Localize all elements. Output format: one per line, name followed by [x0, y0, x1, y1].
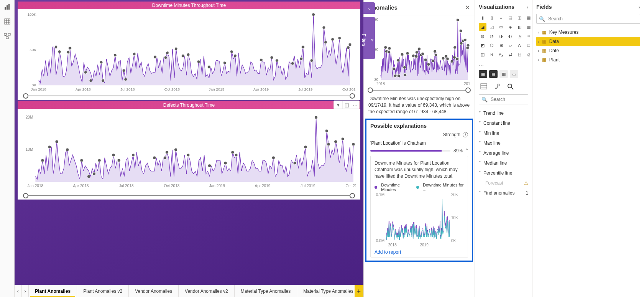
viz-type-item[interactable]: Py — [497, 51, 505, 58]
slider-handle-left[interactable] — [368, 87, 373, 93]
more-options-icon[interactable]: ⋯ — [351, 101, 359, 109]
svg-point-39 — [174, 47, 177, 50]
field-table[interactable]: ›▦Plant — [536, 55, 640, 64]
add-page-button[interactable]: + — [355, 285, 364, 297]
slider-handle-right[interactable] — [465, 87, 471, 93]
slideshow-tab-icon[interactable]: ▭ — [510, 70, 518, 78]
analytics-option[interactable]: ˅Constant line — [479, 118, 528, 128]
time-slider[interactable] — [25, 94, 353, 97]
field-table[interactable]: ›▦Date — [536, 46, 640, 55]
page-tab[interactable]: Material Type Anomalies v2 — [297, 285, 354, 297]
viz-type-item[interactable]: ⊞ — [497, 41, 505, 49]
collapse-pane-button[interactable]: ‹ — [363, 2, 375, 14]
analytics-magnify-icon[interactable] — [507, 83, 514, 91]
viz-type-item[interactable]: ◐ — [506, 32, 514, 40]
field-table[interactable]: ›▦Data — [536, 37, 640, 46]
svg-text:2018: 2018 — [388, 243, 397, 247]
viz-type-item[interactable]: ⎙ — [525, 51, 532, 58]
viz-type-item[interactable]: ⌗ — [525, 32, 532, 40]
data-view-icon[interactable] — [3, 18, 11, 25]
analytics-option[interactable]: ˅Min line — [479, 128, 528, 138]
analytics-option[interactable]: ˅Percentile line — [479, 168, 528, 178]
viz-type-item[interactable]: R — [488, 51, 496, 58]
tab-prev-icon[interactable]: ‹ — [15, 285, 22, 297]
page-tab[interactable]: Vendor Anomalies — [129, 285, 179, 297]
viz-type-item[interactable]: ◫ — [479, 51, 486, 58]
analytics-search-input[interactable] — [490, 96, 528, 102]
time-slider[interactable] — [370, 89, 468, 91]
viz-type-item[interactable]: ◢ — [479, 23, 486, 31]
viz-type-item[interactable]: ⇄ — [506, 51, 514, 58]
page-tab[interactable]: Material Type Anomalies — [235, 285, 297, 297]
svg-point-31 — [102, 79, 105, 82]
page-tab[interactable]: Vendor Anomalies v2 — [179, 285, 235, 297]
more-visuals-icon[interactable]: ⋯ — [479, 61, 528, 70]
time-slider[interactable] — [25, 194, 353, 196]
viz-type-item[interactable]: ◧ — [516, 23, 523, 31]
viz-type-item[interactable]: ⬡ — [488, 41, 496, 49]
viz-type-item[interactable]: □ — [525, 41, 532, 49]
slider-handle-left[interactable] — [23, 193, 28, 198]
warning-icon: ⚠ — [524, 180, 528, 186]
analytics-option[interactable]: ˅Average line — [479, 148, 528, 158]
fields-well-icon[interactable] — [480, 83, 487, 91]
viz-type-item[interactable]: ▮ — [479, 14, 486, 21]
expand-pane-icon[interactable]: › — [527, 4, 528, 10]
viz-type-item[interactable]: ▯ — [488, 14, 496, 21]
filters-funnel-icon: ▿ — [370, 37, 375, 43]
viz-type-item[interactable]: ◑ — [497, 32, 505, 40]
report-view-icon[interactable] — [3, 3, 11, 11]
filters-pane-tab[interactable]: ▿ Filters — [363, 17, 375, 59]
expand-pane-icon[interactable]: › — [639, 4, 640, 10]
viz-type-item[interactable]: ◔ — [488, 32, 496, 40]
slider-handle-right[interactable] — [350, 93, 355, 99]
fields-tab-icon[interactable]: ▦ — [479, 70, 487, 78]
viz-type-item[interactable]: ≡ — [497, 14, 505, 21]
viz-type-item[interactable]: ◫ — [516, 14, 523, 21]
model-view-icon[interactable] — [3, 32, 11, 40]
legend: Downtime Minutes Downtime Minutes for ..… — [375, 183, 464, 192]
analytics-option[interactable]: ˅Trend line — [479, 108, 528, 118]
format-tab-icon[interactable]: ▤ — [489, 70, 498, 78]
slider-handle-right[interactable] — [350, 193, 355, 198]
info-icon[interactable]: i — [463, 132, 468, 137]
viz-type-item[interactable]: ◈ — [506, 23, 514, 31]
analytics-option[interactable]: ˅Median line — [479, 158, 528, 168]
viz-type-item[interactable]: ▥ — [525, 23, 532, 31]
add-to-report-link[interactable]: Add to report — [375, 249, 401, 255]
viz-type-item[interactable]: ◍ — [479, 32, 486, 40]
filter-icon[interactable]: ▾ — [334, 101, 342, 109]
fields-search[interactable]: 🔍 — [536, 14, 640, 24]
slider-handle-left[interactable] — [23, 93, 28, 99]
analytics-option-find-anomalies[interactable]: ˅Find anomalies1 — [479, 188, 528, 198]
svg-text:2019: 2019 — [420, 243, 429, 247]
analytics-tab-icon[interactable]: ▥ — [499, 70, 508, 78]
svg-text:Apr 2019: Apr 2019 — [253, 87, 269, 91]
fields-search-input[interactable] — [547, 16, 637, 22]
collapse-explanation-icon[interactable]: ˄ — [466, 148, 468, 153]
viz-type-item[interactable]: ▭ — [497, 23, 505, 31]
focus-mode-icon[interactable]: ◫ — [342, 101, 351, 109]
close-icon[interactable]: ✕ — [465, 4, 470, 11]
format-brush-icon[interactable] — [494, 83, 500, 91]
page-tab[interactable]: Plant Anomalies — [29, 285, 77, 297]
viz-type-item[interactable]: ▦ — [525, 14, 532, 21]
tab-next-icon[interactable]: › — [22, 285, 29, 297]
viz-type-item[interactable]: ⌸ — [516, 51, 523, 58]
viz-type-item[interactable]: ◳ — [516, 32, 523, 40]
page-tab[interactable]: Plant Anomalies v2 — [77, 285, 129, 297]
visual-defects[interactable]: ▾ ◫ ⋯ Defects Throughout Time 20M10MJan … — [18, 101, 360, 200]
field-table[interactable]: ›▦Key Measures — [536, 28, 640, 37]
svg-line-12 — [7, 35, 9, 37]
viz-type-item[interactable]: ▱ — [506, 41, 514, 49]
analytics-option[interactable]: ˅Max line — [479, 138, 528, 148]
report-canvas[interactable]: ‹ ▿ Filters Downtime Minutes Throughout … — [15, 0, 363, 285]
viz-type-item[interactable]: ▤ — [506, 14, 514, 21]
viz-type-item[interactable]: A — [516, 41, 523, 49]
analytics-search[interactable]: 🔍 — [479, 94, 528, 104]
viz-type-item[interactable]: ◩ — [479, 41, 486, 49]
visual-downtime-minutes[interactable]: Downtime Minutes Throughout Time 100K50K… — [18, 2, 360, 100]
svg-point-24 — [54, 45, 58, 48]
chevron-right-icon: › — [538, 48, 539, 53]
viz-type-item[interactable]: ◿ — [488, 23, 496, 31]
